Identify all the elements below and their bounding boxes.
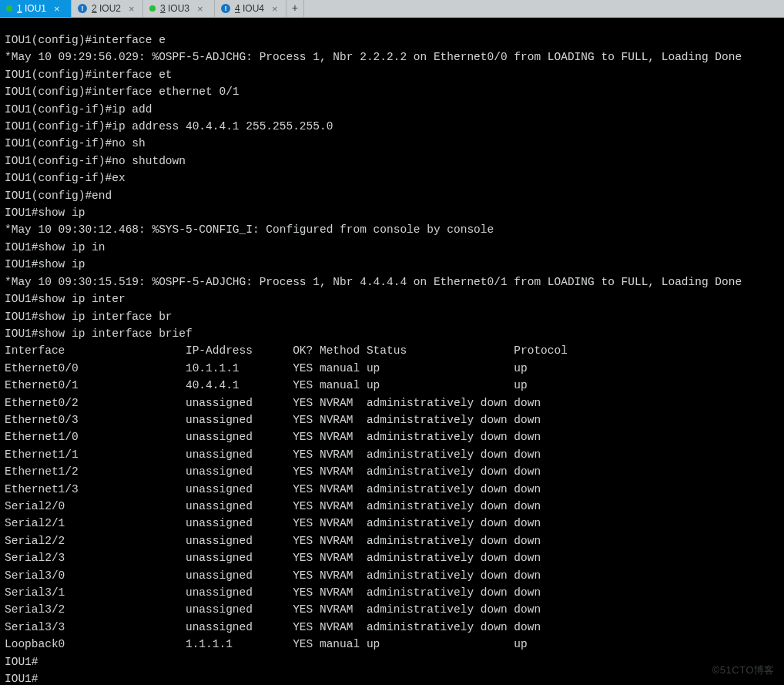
terminal-line: IOU1(config-if)#ip add xyxy=(5,101,779,118)
terminal-line: IOU1#show ip interface br xyxy=(5,308,779,325)
tab-label: 3 IOU3 xyxy=(160,3,189,14)
terminal-line: IOU1#show ip xyxy=(5,256,779,273)
terminal-line: IOU1#show ip inter xyxy=(5,290,779,307)
tab-label: 1 IOU1 xyxy=(17,3,46,14)
tab-label: 4 IOU4 xyxy=(235,3,264,14)
tab-iou2[interactable]: ! 2 IOU2 × xyxy=(72,0,143,17)
tab-bar: 1 IOU1 × ! 2 IOU2 × 3 IOU3 × ! 4 IOU4 × … xyxy=(0,0,784,18)
terminal-line: Ethernet1/1 unassigned YES NVRAM adminis… xyxy=(5,446,779,463)
terminal-line: Interface IP-Address OK? Method Status P… xyxy=(5,342,779,359)
terminal-line: IOU1(config-if)#ip address 40.4.4.1 255.… xyxy=(5,118,779,135)
close-icon[interactable]: × xyxy=(54,3,60,15)
tab-iou4[interactable]: ! 4 IOU4 × xyxy=(215,0,286,17)
terminal-line: IOU1# xyxy=(5,670,779,685)
terminal-line: Loopback0 1.1.1.1 YES manual up up xyxy=(5,636,779,653)
terminal-line: Ethernet1/0 unassigned YES NVRAM adminis… xyxy=(5,428,779,445)
terminal-line: IOU1(config)#end xyxy=(5,187,779,204)
terminal-line: Ethernet1/2 unassigned YES NVRAM adminis… xyxy=(5,463,779,480)
terminal-line: Ethernet0/3 unassigned YES NVRAM adminis… xyxy=(5,411,779,428)
terminal-line: Ethernet0/1 40.4.4.1 YES manual up up xyxy=(5,377,779,394)
terminal-line: Serial3/0 unassigned YES NVRAM administr… xyxy=(5,567,779,584)
terminal-line: IOU1# xyxy=(5,653,779,670)
terminal-line: Ethernet1/3 unassigned YES NVRAM adminis… xyxy=(5,481,779,498)
terminal-line: Serial3/3 unassigned YES NVRAM administr… xyxy=(5,619,779,636)
status-running-icon xyxy=(6,5,12,12)
add-tab-button[interactable]: + xyxy=(286,0,304,17)
terminal-line: Serial2/3 unassigned YES NVRAM administr… xyxy=(5,549,779,566)
terminal-line: IOU1#show ip interface brief xyxy=(5,325,779,342)
close-icon[interactable]: × xyxy=(272,3,278,15)
terminal-line: IOU1(config)#interface e xyxy=(5,32,779,49)
terminal-line: Serial3/1 unassigned YES NVRAM administr… xyxy=(5,584,779,601)
terminal-line: *May 10 09:29:56.029: %OSPF-5-ADJCHG: Pr… xyxy=(5,49,779,65)
terminal-line: *May 10 09:30:15.519: %OSPF-5-ADJCHG: Pr… xyxy=(5,274,779,290)
tab-label: 2 IOU2 xyxy=(92,3,121,14)
terminal-line: Ethernet0/0 10.1.1.1 YES manual up up xyxy=(5,360,779,377)
terminal-line: Serial2/0 unassigned YES NVRAM administr… xyxy=(5,498,779,515)
terminal-line: IOU1(config-if)#no shutdown xyxy=(5,153,779,170)
terminal-line: Serial2/1 unassigned YES NVRAM administr… xyxy=(5,515,779,532)
status-running-icon xyxy=(149,5,156,12)
terminal-line: *May 10 09:30:12.468: %SYS-5-CONFIG_I: C… xyxy=(5,221,779,238)
terminal-output[interactable]: IOU1(config)#interface e*May 10 09:29:56… xyxy=(0,18,784,685)
terminal-line: Ethernet0/2 unassigned YES NVRAM adminis… xyxy=(5,395,779,411)
status-info-icon: ! xyxy=(221,4,230,13)
tab-iou3[interactable]: 3 IOU3 × xyxy=(143,0,215,17)
terminal-line: IOU1(config)#interface et xyxy=(5,66,779,83)
status-info-icon: ! xyxy=(78,4,87,13)
terminal-line: Serial2/2 unassigned YES NVRAM administr… xyxy=(5,532,779,549)
close-icon[interactable]: × xyxy=(197,3,203,15)
terminal-line: IOU1#show ip xyxy=(5,204,779,221)
tab-iou1[interactable]: 1 IOU1 × xyxy=(0,0,72,17)
terminal-line: Serial3/2 unassigned YES NVRAM administr… xyxy=(5,601,779,618)
terminal-line: IOU1#show ip in xyxy=(5,239,779,256)
terminal-line: IOU1(config)#interface ethernet 0/1 xyxy=(5,83,779,100)
terminal-line: IOU1(config-if)#ex xyxy=(5,170,779,186)
close-icon[interactable]: × xyxy=(129,3,135,15)
terminal-line: IOU1(config-if)#no sh xyxy=(5,135,779,152)
